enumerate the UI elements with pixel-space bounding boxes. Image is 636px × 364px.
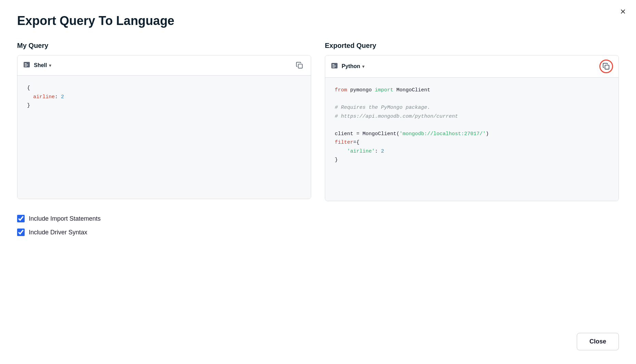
svg-rect-8	[332, 67, 335, 68]
driver-syntax-checkbox[interactable]	[17, 229, 25, 236]
my-query-toolbar: Shell ▾	[17, 55, 311, 76]
my-query-copy-button[interactable]	[294, 60, 305, 71]
checkboxes-section: Include Import Statements Include Driver…	[17, 215, 619, 236]
import-statements-checkbox[interactable]	[17, 215, 25, 222]
driver-syntax-label[interactable]: Include Driver Syntax	[29, 229, 87, 236]
my-query-title: My Query	[17, 42, 311, 50]
footer: Close	[577, 333, 619, 350]
my-query-code-body: { airline: 2 }	[17, 76, 311, 199]
close-x-button[interactable]: ×	[620, 7, 626, 16]
code-line: filter={	[335, 138, 609, 147]
code-line: {	[27, 84, 301, 93]
exported-query-lang-select[interactable]: Python ▾	[342, 63, 365, 69]
exported-query-title: Exported Query	[325, 42, 619, 50]
exported-query-panel: Python ▾ from pymongo import MongoClient…	[325, 55, 619, 201]
my-query-toolbar-left: Shell ▾	[23, 61, 51, 70]
code-line	[335, 95, 609, 104]
exported-query-lang-label: Python	[342, 63, 360, 69]
svg-rect-7	[332, 66, 336, 66]
exported-query-copy-button[interactable]	[599, 60, 613, 73]
shell-lang-icon	[23, 61, 30, 70]
import-statements-row: Include Import Statements	[17, 215, 619, 222]
code-line: # Requires the PyMongo package.	[335, 103, 609, 112]
my-query-lang-label: Shell	[34, 62, 47, 68]
code-line: }	[335, 156, 609, 165]
svg-rect-3	[25, 66, 27, 67]
import-statements-label[interactable]: Include Import Statements	[29, 215, 101, 222]
my-query-lang-select[interactable]: Shell ▾	[34, 62, 51, 68]
exported-query-toolbar: Python ▾	[325, 55, 619, 78]
svg-rect-6	[332, 64, 334, 65]
driver-syntax-row: Include Driver Syntax	[17, 229, 619, 236]
exported-query-column: Exported Query Python ▾	[325, 42, 619, 201]
svg-rect-4	[298, 64, 302, 68]
page-title: Export Query To Language	[17, 14, 619, 28]
code-line: client = MongoClient('mongodb://localhos…	[335, 130, 609, 139]
exported-query-chevron-icon: ▾	[362, 64, 365, 69]
code-line: airline: 2	[27, 93, 301, 102]
close-footer-button[interactable]: Close	[577, 333, 619, 350]
svg-rect-2	[25, 65, 28, 65]
exported-query-code-body: from pymongo import MongoClient # Requir…	[325, 78, 619, 201]
my-query-chevron-icon: ▾	[49, 63, 51, 68]
code-line: 'airline': 2	[335, 147, 609, 156]
exported-query-toolbar-left: Python ▾	[331, 62, 365, 71]
python-lang-icon	[331, 62, 338, 71]
code-line: # https://api.mongodb.com/python/current	[335, 112, 609, 121]
svg-rect-9	[605, 65, 609, 69]
my-query-panel: Shell ▾ { airline: 2 }	[17, 55, 311, 199]
code-line: from pymongo import MongoClient	[335, 86, 609, 95]
columns-wrapper: My Query Shell ▾	[17, 42, 619, 201]
code-line: }	[27, 101, 301, 110]
svg-rect-1	[25, 63, 27, 64]
my-query-column: My Query Shell ▾	[17, 42, 311, 201]
code-line	[335, 121, 609, 130]
